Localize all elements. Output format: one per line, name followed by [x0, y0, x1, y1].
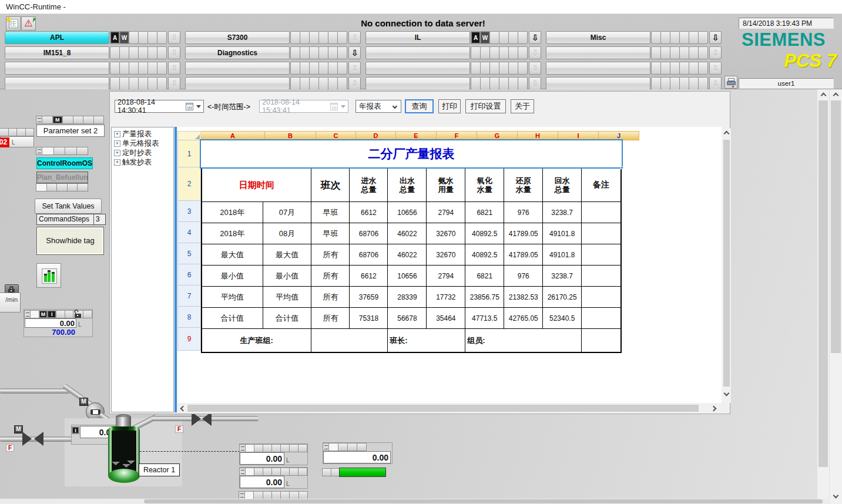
data-cell[interactable]: 早班: [311, 223, 350, 244]
data-cell[interactable]: 3238.7: [543, 202, 582, 223]
data-cell[interactable]: 42765.05: [504, 308, 543, 329]
nav-button-blank[interactable]: [365, 62, 470, 75]
nav-cell[interactable]: [328, 46, 338, 59]
stepper-cell[interactable]: [253, 491, 263, 499]
tree-item-1[interactable]: +产量报表: [114, 129, 173, 139]
nav-cell[interactable]: [318, 46, 328, 59]
row-header-2[interactable]: 2: [177, 167, 201, 201]
nav-cell[interactable]: [300, 31, 310, 44]
nav-button-blank[interactable]: [546, 77, 650, 90]
nav-cell[interactable]: [651, 46, 661, 59]
data-cell[interactable]: 6612: [350, 266, 388, 287]
nav-cell[interactable]: [138, 31, 148, 44]
nav-cell[interactable]: [337, 77, 347, 90]
nav-area-arrow-button[interactable]: ⇩: [168, 77, 180, 90]
nav-button-blank[interactable]: [546, 62, 650, 75]
nav-cell[interactable]: [660, 62, 670, 75]
nav-button-blank[interactable]: [5, 77, 109, 90]
stepper-cell[interactable]: [8, 128, 18, 136]
data-cell[interactable]: 46022: [388, 223, 427, 244]
stepper-cell[interactable]: [42, 147, 54, 155]
trend-sliders-button[interactable]: [36, 263, 61, 288]
data-cell[interactable]: 6612: [350, 202, 388, 223]
tree-expand-icon[interactable]: +: [114, 140, 120, 147]
nav-cell[interactable]: [508, 31, 518, 44]
stepper-cell[interactable]: [263, 444, 272, 452]
data-cell[interactable]: 976: [504, 266, 543, 287]
data-cell[interactable]: 2794: [427, 202, 465, 223]
tree-item-3[interactable]: +定时抄表: [114, 148, 173, 157]
nav-cell[interactable]: [147, 62, 157, 75]
main-vscroll-thumb[interactable]: [831, 100, 841, 353]
nav-cell[interactable]: [518, 77, 528, 90]
end-time-picker[interactable]: 2018-08-14 15:43:41: [259, 100, 348, 113]
nav-cell[interactable]: [318, 62, 328, 75]
row-header-7[interactable]: 7: [177, 285, 201, 307]
stepper-cell[interactable]: [56, 183, 68, 191]
data-cell[interactable]: 所有: [311, 266, 350, 287]
nav-cell[interactable]: [119, 62, 129, 75]
nav-cell[interactable]: [489, 46, 499, 59]
nav-cell[interactable]: [660, 77, 670, 90]
stepper-cell[interactable]: [271, 491, 281, 499]
footer-leader-cell[interactable]: 班长:: [388, 329, 465, 352]
stepper-cell[interactable]: [65, 310, 74, 318]
meter-1-value[interactable]: 0.00: [240, 452, 284, 465]
nav-cell[interactable]: [138, 46, 148, 59]
data-cell[interactable]: 47713.5: [465, 308, 504, 329]
nav-button-APL[interactable]: APL: [5, 31, 109, 44]
nav-area-arrow-button[interactable]: ⇩: [168, 31, 180, 44]
nav-cell[interactable]: [489, 31, 499, 44]
stepper-cell[interactable]: [65, 147, 77, 155]
data-cell[interactable]: 3238.7: [543, 266, 582, 287]
nav-cell[interactable]: [129, 46, 139, 59]
row-header-5[interactable]: 5: [177, 243, 201, 264]
stepper-cell[interactable]: [77, 183, 88, 191]
stepper-cell[interactable]: [73, 116, 84, 124]
nav-cell[interactable]: [689, 62, 699, 75]
stepper-cell[interactable]: [76, 147, 89, 155]
nav-cell[interactable]: [499, 46, 509, 59]
nav-cell[interactable]: [670, 46, 680, 59]
stepper-cell[interactable]: [280, 468, 290, 476]
stepper-cell[interactable]: [328, 443, 338, 451]
column-header-H[interactable]: H: [517, 131, 558, 140]
nav-cell[interactable]: [110, 77, 120, 90]
nav-cell[interactable]: [689, 46, 699, 59]
stepper-cell[interactable]: [289, 491, 298, 499]
stepper-cell[interactable]: [62, 116, 73, 124]
interlock-cell[interactable]: I: [72, 426, 79, 434]
meter-4-value[interactable]: 0.00: [323, 451, 391, 463]
data-cell[interactable]: [582, 308, 620, 329]
nav-cell[interactable]: [157, 31, 167, 44]
data-cell[interactable]: [582, 223, 620, 244]
nav-cell[interactable]: [309, 62, 319, 75]
nav-cell[interactable]: [318, 77, 328, 90]
tree-item-2[interactable]: +单元格报表: [114, 139, 173, 148]
nav-cell[interactable]: [660, 31, 670, 44]
set-tank-values-button[interactable]: Set Tank Values: [35, 199, 102, 214]
nav-cell[interactable]: [660, 46, 670, 59]
nav-cell[interactable]: [508, 46, 518, 59]
data-cell[interactable]: 32670: [427, 223, 465, 244]
stepper-cell[interactable]: [338, 443, 348, 451]
nav-area-arrow-button[interactable]: ⇩: [168, 62, 180, 75]
nav-cell[interactable]: [337, 62, 347, 75]
nav-area-arrow-button[interactable]: ⇩: [709, 46, 722, 59]
main-hscrollbar[interactable]: [0, 499, 830, 504]
stepper-cell[interactable]: [42, 116, 53, 124]
data-cell[interactable]: 2794: [427, 266, 465, 287]
nav-cell[interactable]: [698, 62, 708, 75]
stepper-cell[interactable]: [289, 468, 298, 476]
data-cell[interactable]: 2018年: [202, 223, 263, 244]
stepper-cell[interactable]: [25, 128, 35, 136]
flow-badge-left[interactable]: F: [6, 444, 14, 452]
data-cell[interactable]: 26170.25: [543, 287, 582, 308]
nav-area-arrow-button[interactable]: ⇩: [709, 62, 722, 75]
nav-button-blank[interactable]: [185, 62, 290, 75]
nav-cell[interactable]: [309, 31, 319, 44]
footer-empty-cell[interactable]: [582, 329, 620, 352]
overview-scroll-up-icon[interactable]: [817, 89, 829, 99]
nav-area-arrow-button[interactable]: ⇩: [348, 31, 361, 44]
stepper-cell[interactable]: [30, 310, 39, 318]
